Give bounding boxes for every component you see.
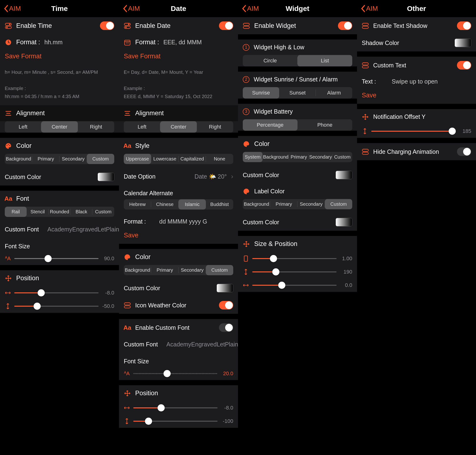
color-secondary[interactable]: Secondary bbox=[178, 265, 206, 275]
style-none[interactable]: None bbox=[206, 154, 233, 164]
font-black[interactable]: Black bbox=[71, 207, 92, 217]
align-left[interactable]: Left bbox=[5, 121, 41, 133]
color-segment[interactable]: System Background Primary Secondary Cust… bbox=[243, 152, 352, 162]
w3-phone[interactable]: Phone bbox=[298, 119, 352, 131]
color-swatch[interactable] bbox=[336, 218, 352, 227]
scale-slider[interactable] bbox=[252, 258, 337, 259]
svg-point-2 bbox=[9, 24, 10, 25]
alt-format-row[interactable]: Format : dd MMMM yyyy G bbox=[119, 214, 238, 229]
color-primary[interactable]: Primary bbox=[32, 154, 59, 164]
alignment-segment[interactable]: Left Center Right bbox=[5, 121, 114, 133]
cal-buddhist[interactable]: Buddhist bbox=[206, 199, 233, 210]
calendar-segment[interactable]: Hebrew Chinese Islamic Buddhist bbox=[124, 199, 233, 210]
font-stencil[interactable]: Stencil bbox=[27, 207, 48, 217]
font-rounded[interactable]: Rounded bbox=[48, 207, 71, 217]
pos-y-slider[interactable] bbox=[133, 421, 218, 422]
text-shadow-toggle[interactable] bbox=[457, 21, 471, 30]
widget1-segment[interactable]: Circle List bbox=[243, 55, 352, 66]
label-primary[interactable]: Primary bbox=[270, 199, 298, 209]
color-segment[interactable]: Background Primary Secondary Custom bbox=[124, 265, 233, 275]
align-center[interactable]: Center bbox=[41, 121, 78, 133]
w1-list[interactable]: List bbox=[298, 55, 352, 66]
w2-sunrise[interactable]: Sunrise bbox=[243, 87, 279, 98]
cal-islamic[interactable]: Islamic bbox=[178, 199, 206, 210]
color-system[interactable]: System bbox=[243, 152, 263, 162]
widget3-segment[interactable]: Percentage Phone bbox=[243, 119, 352, 131]
color-secondary[interactable]: Secondary bbox=[59, 154, 87, 164]
font-size-value: 20.0 bbox=[221, 371, 233, 377]
color-primary[interactable]: Primary bbox=[289, 152, 309, 162]
custom-font-row[interactable]: Custom Font AcademyEngravedLetPlain › bbox=[0, 221, 119, 237]
style-lower[interactable]: Lowercase bbox=[151, 154, 178, 164]
align-right[interactable]: Right bbox=[197, 121, 233, 133]
font-segment[interactable]: Rail Stencil Rounded Black Custom bbox=[5, 207, 114, 217]
color-swatch[interactable] bbox=[217, 284, 233, 292]
w2-alarm[interactable]: Alarm bbox=[316, 87, 352, 98]
save-button[interactable]: Save bbox=[357, 89, 476, 104]
label-bg[interactable]: Background bbox=[243, 199, 270, 209]
save-button[interactable]: Save bbox=[119, 229, 238, 244]
back-button[interactable]: AIM bbox=[122, 5, 140, 12]
date-option-row[interactable]: Date Option Date 🌤️ 20° › bbox=[119, 168, 238, 185]
icon-weather-toggle[interactable] bbox=[219, 301, 233, 309]
align-center[interactable]: Center bbox=[160, 121, 197, 133]
format-row[interactable]: Format : hh.mm bbox=[0, 34, 119, 50]
color-bg[interactable]: Background bbox=[5, 154, 32, 164]
widget2-segment[interactable]: Sunrise Sunset Alarm bbox=[243, 87, 352, 98]
color-custom[interactable]: Custom bbox=[87, 154, 114, 164]
format-row[interactable]: Format : EEE, dd MMM bbox=[119, 34, 238, 50]
color-custom[interactable]: Custom bbox=[206, 265, 233, 275]
move-icon bbox=[243, 241, 250, 247]
alignment-segment[interactable]: Left Center Right bbox=[124, 121, 233, 133]
color-primary[interactable]: Primary bbox=[151, 265, 178, 275]
back-button[interactable]: AIM bbox=[241, 5, 259, 12]
color-bg[interactable]: Background bbox=[124, 265, 151, 275]
notif-offset-slider[interactable] bbox=[371, 131, 456, 132]
style-cap[interactable]: Capitalized bbox=[178, 154, 206, 164]
color-swatch[interactable] bbox=[336, 171, 352, 179]
pos-x-slider[interactable] bbox=[14, 292, 98, 293]
enable-date-toggle[interactable] bbox=[219, 21, 233, 30]
color-custom[interactable]: Custom bbox=[332, 152, 352, 162]
style-segment[interactable]: Uppercase Lowercase Capitalized None bbox=[124, 154, 233, 164]
align-left[interactable]: Left bbox=[124, 121, 160, 133]
widget-pos-x-slider[interactable] bbox=[252, 285, 337, 286]
align-right[interactable]: Right bbox=[78, 121, 114, 133]
font-custom[interactable]: Custom bbox=[92, 207, 114, 217]
color-secondary[interactable]: Secondary bbox=[309, 152, 332, 162]
style-upper[interactable]: Uppercase bbox=[124, 154, 151, 164]
hide-charging-toggle[interactable] bbox=[457, 147, 471, 156]
label-color-segment[interactable]: Background Primary Secondary Custom bbox=[243, 199, 352, 209]
label-custom[interactable]: Custom bbox=[325, 199, 352, 209]
widget-pos-y-slider[interactable] bbox=[252, 271, 337, 272]
color-segment[interactable]: Background Primary Secondary Custom bbox=[5, 154, 114, 164]
cal-hebrew[interactable]: Hebrew bbox=[124, 199, 151, 210]
font-rail[interactable]: Rail bbox=[5, 207, 27, 217]
pos-x-slider[interactable] bbox=[133, 407, 218, 408]
save-format-button[interactable]: Save Format bbox=[0, 50, 119, 65]
text-input-row[interactable]: Text : Swipe up to open bbox=[357, 74, 476, 89]
color-swatch[interactable] bbox=[455, 39, 471, 47]
color-bg[interactable]: Background bbox=[263, 152, 289, 162]
enable-font-toggle[interactable] bbox=[219, 323, 233, 332]
svg-rect-18 bbox=[243, 23, 250, 25]
enable-widget-toggle[interactable] bbox=[338, 21, 352, 30]
color-swatch[interactable] bbox=[97, 173, 114, 181]
alt-format-value: dd MMMM yyyy G bbox=[159, 218, 207, 225]
back-button[interactable]: AIM bbox=[360, 5, 378, 12]
custom-font-row[interactable]: Custom Font AcademyEngravedLetPlain › bbox=[119, 336, 238, 352]
save-format-button[interactable]: Save Format bbox=[119, 50, 238, 65]
custom-font-value: AcademyEngravedLetPlain bbox=[47, 226, 119, 233]
w1-circle[interactable]: Circle bbox=[243, 55, 298, 66]
pos-y-slider[interactable] bbox=[14, 306, 98, 307]
font-size-slider[interactable] bbox=[133, 373, 218, 374]
custom-text-toggle[interactable] bbox=[457, 61, 471, 70]
enable-time-toggle[interactable] bbox=[100, 21, 114, 30]
back-button[interactable]: AIM bbox=[3, 5, 21, 12]
w3-pct[interactable]: Percentage bbox=[243, 119, 298, 131]
cal-chinese[interactable]: Chinese bbox=[151, 199, 178, 210]
font-size-slider[interactable] bbox=[14, 258, 98, 259]
alignment-icon bbox=[124, 110, 131, 117]
w2-sunset[interactable]: Sunset bbox=[279, 87, 315, 98]
label-secondary[interactable]: Secondary bbox=[298, 199, 325, 209]
